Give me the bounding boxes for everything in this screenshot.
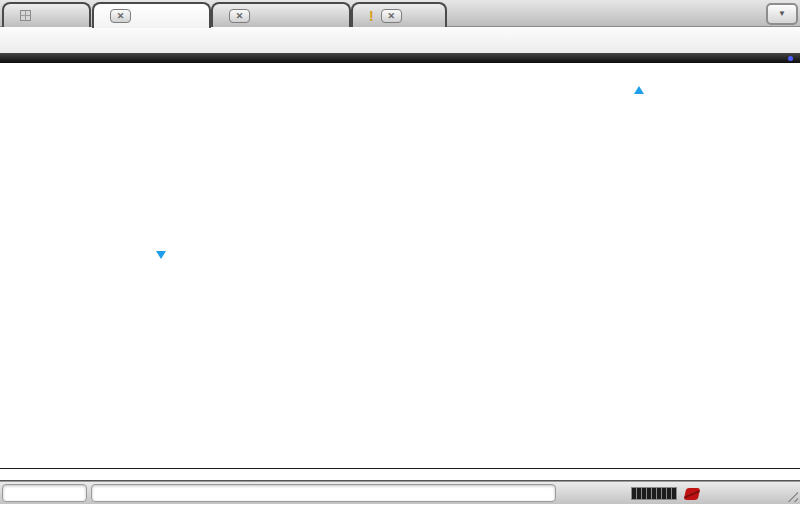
spectrum-plot-canvas[interactable] [0, 63, 800, 468]
close-icon[interactable]: ✕ [110, 9, 131, 23]
close-icon[interactable]: ✕ [229, 9, 250, 23]
marker-d2-icon[interactable] [634, 86, 644, 94]
status-bar [0, 481, 800, 504]
trace-tag [788, 53, 796, 63]
tab-list-dropdown-button[interactable]: ▼ [766, 3, 798, 25]
tab-multiview[interactable] [2, 2, 91, 27]
spectrum-plot [0, 63, 800, 468]
resize-grip-icon[interactable] [783, 487, 798, 502]
tab-bar: ✕ ✕ ! ✕ ▼ [0, 0, 800, 27]
settings-bar [0, 27, 800, 53]
close-icon[interactable]: ✕ [381, 9, 402, 23]
trace-dot-icon [788, 56, 793, 61]
multiview-grid-icon [20, 10, 31, 21]
analyzer-window: ✕ ✕ ! ✕ ▼ [0, 0, 800, 504]
marker-m1-icon[interactable] [156, 251, 166, 259]
rbw-status-led [240, 32, 248, 39]
progress-bar [631, 487, 677, 500]
tab-spectrum[interactable]: ✕ [92, 2, 211, 28]
tab-vsa[interactable]: ! ✕ [351, 2, 447, 27]
tab-iq-analyzer[interactable]: ✕ [211, 2, 351, 27]
mute-icon[interactable] [684, 488, 701, 500]
sweep-footer-bar [0, 468, 800, 481]
status-entry-field-small[interactable] [2, 484, 87, 502]
warning-icon: ! [369, 8, 374, 24]
status-entry-field-large[interactable] [91, 484, 556, 502]
sweep-title-bar [0, 53, 800, 63]
